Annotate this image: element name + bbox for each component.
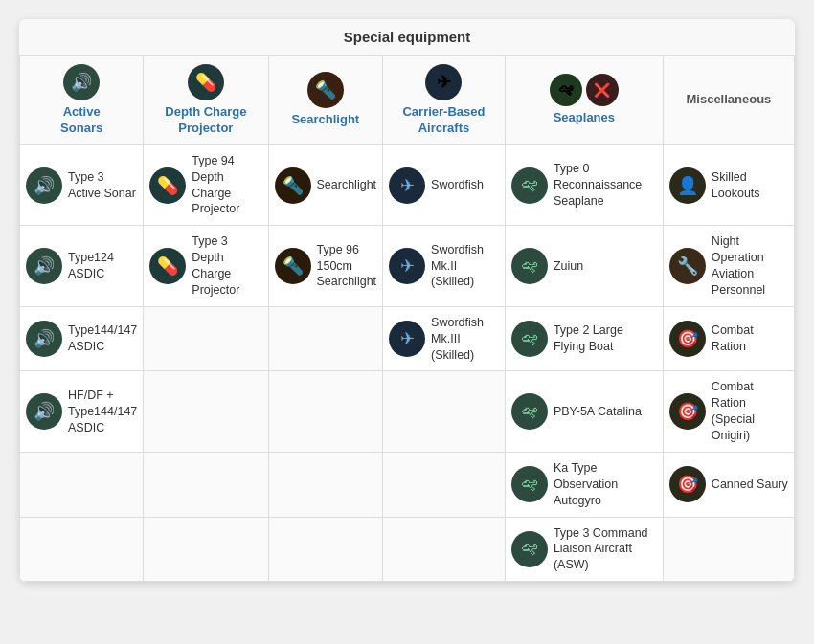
item-name: Ka TypeObservation Autogyro xyxy=(554,460,657,509)
item-name: Swordfish xyxy=(431,177,484,193)
cell-content: 🔊 Type124ASDIC xyxy=(26,248,137,284)
cell-r0-c4: 🛩 Type 0ReconnaissanceSeaplane xyxy=(505,144,663,226)
col-header-misc: Miscellaneous xyxy=(663,56,794,145)
item-name: SkilledLookouts xyxy=(712,169,760,202)
table-row: 🔊 Type 3Active Sonar 💊 Type 94Depth Char… xyxy=(20,144,795,226)
item-icon: 🛩 xyxy=(511,248,548,284)
item-icon: 🛩 xyxy=(511,321,548,357)
cell-r5-c2 xyxy=(268,517,383,582)
cell-r5-c3 xyxy=(383,517,506,582)
cell-r4-c0 xyxy=(20,452,144,517)
item-name: PBY-5A Catalina xyxy=(554,404,642,420)
item-name: Type 96150cmSearchlight xyxy=(317,242,377,291)
item-icon: 🔊 xyxy=(26,321,62,357)
cell-r3-c1 xyxy=(144,371,268,453)
item-name: Canned Saury xyxy=(712,477,788,493)
cell-content: 🎯 Combat Ration(Special Onigiri) xyxy=(669,379,788,444)
cell-content: 🎯 Combat Ration xyxy=(669,321,788,357)
cell-r4-c2 xyxy=(268,452,383,517)
table-row: 🔊 Type124ASDIC 💊 Type 3 DepthCharge Proj… xyxy=(20,226,795,307)
item-name: Searchlight xyxy=(317,177,377,193)
cell-r0-c1: 💊 Type 94Depth ChargeProjector xyxy=(144,144,268,226)
cell-r2-c1 xyxy=(144,306,268,371)
cell-r5-c0 xyxy=(20,517,144,582)
item-name: Swordfish Mk.II(Skilled) xyxy=(431,242,499,291)
cell-r5-c1 xyxy=(144,517,268,582)
item-name: Type 2 LargeFlying Boat xyxy=(554,322,623,355)
col-header-searchlight: 🔦Searchlight xyxy=(268,56,383,145)
cell-r4-c3 xyxy=(383,452,506,517)
col-header-active-sonars: 🔊ActiveSonars xyxy=(20,56,144,145)
cell-content: 💊 Type 3 DepthCharge Projector xyxy=(149,233,261,299)
item-icon: 👤 xyxy=(669,167,706,204)
item-name: Type 3 CommandLiaison Aircraft (ASW) xyxy=(554,525,657,574)
cell-content: 👤 SkilledLookouts xyxy=(669,167,788,204)
item-name: Combat Ration(Special Onigiri) xyxy=(712,379,788,444)
table-title: Special equipment xyxy=(19,19,795,56)
item-name: Type 3 DepthCharge Projector xyxy=(192,233,261,299)
cell-content: 🛩 Zuiun xyxy=(511,248,657,284)
cell-content: 💊 Type 94Depth ChargeProjector xyxy=(149,153,261,218)
cell-content: 🛩 Type 2 LargeFlying Boat xyxy=(511,321,657,357)
cell-r1-c2: 🔦 Type 96150cmSearchlight xyxy=(268,226,383,307)
cell-r0-c0: 🔊 Type 3Active Sonar xyxy=(20,144,144,226)
cell-r4-c4: 🛩 Ka TypeObservation Autogyro xyxy=(505,452,663,517)
item-name: Type 3Active Sonar xyxy=(68,169,136,202)
item-name: HF/DF +Type144/147ASDIC xyxy=(68,388,137,436)
cell-r2-c5: 🎯 Combat Ration xyxy=(663,306,794,371)
cell-r3-c2 xyxy=(268,371,383,453)
cell-content: 🔧 NightOperation AviationPersonnel xyxy=(669,233,788,299)
item-icon: ✈ xyxy=(389,248,425,284)
cell-r3-c3 xyxy=(383,371,506,453)
cell-r2-c2 xyxy=(268,306,383,371)
cell-content: 🎯 Canned Saury xyxy=(669,466,788,502)
col-header-carrier-aircraft: ✈Carrier-BasedAircrafts xyxy=(383,56,506,145)
item-icon: 🎯 xyxy=(669,466,706,502)
item-icon: 🎯 xyxy=(669,321,706,357)
cell-r4-c1 xyxy=(144,452,268,517)
cell-r1-c5: 🔧 NightOperation AviationPersonnel xyxy=(663,226,794,307)
cell-content: 🔊 Type 3Active Sonar xyxy=(26,167,137,204)
cell-r3-c5: 🎯 Combat Ration(Special Onigiri) xyxy=(663,371,794,453)
cell-r5-c5 xyxy=(663,517,794,582)
item-icon: 🛩 xyxy=(511,393,548,430)
cell-content: ✈ Swordfish Mk.II(Skilled) xyxy=(389,242,499,291)
cell-r0-c3: ✈ Swordfish xyxy=(383,144,506,226)
item-icon: 🛩 xyxy=(511,466,548,502)
item-name: Type 0ReconnaissanceSeaplane xyxy=(554,161,642,210)
table-row: 🛩 Ka TypeObservation Autogyro 🎯 Canned S… xyxy=(20,452,795,517)
table-row: 🔊 Type144/147ASDIC ✈ SwordfishMk.III (Sk… xyxy=(20,306,795,371)
item-name: Type 94Depth ChargeProjector xyxy=(192,153,261,218)
item-icon: 🎯 xyxy=(669,393,706,430)
item-name: Type144/147ASDIC xyxy=(68,322,137,355)
cell-r4-c5: 🎯 Canned Saury xyxy=(663,452,794,517)
cell-r1-c4: 🛩 Zuiun xyxy=(505,226,663,307)
cell-content: 🛩 Ka TypeObservation Autogyro xyxy=(511,460,657,509)
cell-content: 🛩 PBY-5A Catalina xyxy=(511,393,657,430)
cell-r0-c2: 🔦 Searchlight xyxy=(268,144,383,226)
cell-content: 🔊 Type144/147ASDIC xyxy=(26,321,137,357)
cell-r3-c0: 🔊 HF/DF +Type144/147ASDIC xyxy=(20,371,144,453)
cell-content: 🛩 Type 0ReconnaissanceSeaplane xyxy=(511,161,657,210)
item-name: NightOperation AviationPersonnel xyxy=(712,233,788,299)
item-icon: 🔊 xyxy=(26,248,62,284)
cell-content: ✈ Swordfish xyxy=(389,167,499,204)
cell-r2-c4: 🛩 Type 2 LargeFlying Boat xyxy=(505,306,663,371)
cell-r2-c3: ✈ SwordfishMk.III (Skilled) xyxy=(383,306,506,371)
item-name: Type124ASDIC xyxy=(68,250,114,282)
item-icon: 💊 xyxy=(149,167,186,204)
item-icon: 🔦 xyxy=(275,167,311,204)
cell-r3-c4: 🛩 PBY-5A Catalina xyxy=(505,371,663,453)
cell-r0-c5: 👤 SkilledLookouts xyxy=(663,144,794,226)
item-icon: 🔊 xyxy=(26,167,62,204)
item-icon: 🔊 xyxy=(26,393,62,430)
item-icon: 💊 xyxy=(149,248,186,284)
item-icon: 🛩 xyxy=(511,167,548,204)
cell-r1-c3: ✈ Swordfish Mk.II(Skilled) xyxy=(383,226,506,307)
cell-content: 🔊 HF/DF +Type144/147ASDIC xyxy=(26,388,137,436)
cell-r5-c4: 🛩 Type 3 CommandLiaison Aircraft (ASW) xyxy=(505,517,663,582)
cell-content: 🔦 Type 96150cmSearchlight xyxy=(275,242,377,291)
cell-content: 🛩 Type 3 CommandLiaison Aircraft (ASW) xyxy=(511,525,657,574)
cell-r1-c1: 💊 Type 3 DepthCharge Projector xyxy=(144,226,268,307)
cell-content: ✈ SwordfishMk.III (Skilled) xyxy=(389,315,499,364)
